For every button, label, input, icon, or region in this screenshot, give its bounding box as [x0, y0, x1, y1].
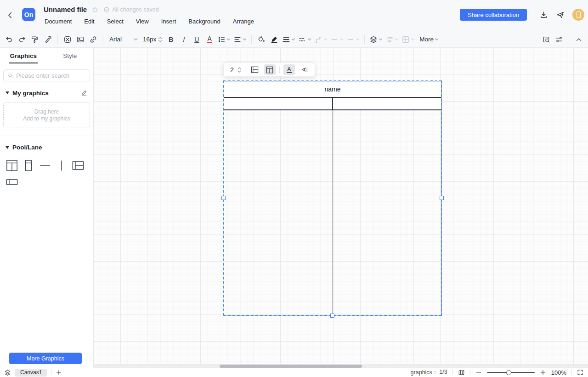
minimap-icon[interactable] [458, 369, 465, 376]
bold-button[interactable]: B [164, 34, 177, 46]
lane-cell[interactable] [333, 110, 441, 315]
insert-image-button[interactable] [74, 34, 87, 46]
plus-icon [56, 369, 62, 376]
zoom-slider-knob[interactable] [506, 370, 511, 375]
menu-view[interactable]: View [136, 18, 149, 25]
resize-handle-right[interactable] [440, 196, 444, 200]
underline-button[interactable]: U [190, 34, 203, 46]
zoom-in-button[interactable] [540, 369, 546, 376]
more-button[interactable]: More [418, 34, 440, 46]
collapse-triangle-icon[interactable] [6, 146, 9, 149]
line-spacing-button[interactable] [216, 34, 232, 46]
pool-lane-header[interactable]: Pool/Lane [6, 144, 88, 151]
lane-title-cell[interactable] [333, 98, 441, 109]
connector-type-icon [314, 35, 322, 44]
font-family-select[interactable]: Arial [107, 34, 141, 46]
line-style-button[interactable] [297, 34, 313, 46]
collapse-triangle-icon[interactable] [6, 91, 9, 94]
font-size-stepper[interactable]: 16px [141, 34, 164, 46]
menu-arrange[interactable]: Arrange [233, 18, 254, 25]
text-horizontal-button[interactable]: A [283, 64, 295, 75]
font-color-button[interactable]: A [203, 34, 216, 46]
align-objects-button [384, 34, 400, 46]
clear-format-button[interactable] [41, 34, 54, 46]
shape-vertical-pool[interactable] [4, 157, 20, 174]
back-icon[interactable] [5, 10, 16, 21]
italic-button[interactable]: I [177, 34, 190, 46]
collapse-toolbar-button[interactable] [572, 34, 585, 46]
star-icon[interactable] [91, 6, 99, 13]
line-width-button[interactable] [281, 34, 297, 46]
pool-horizontal-button[interactable] [249, 64, 260, 75]
menu-select[interactable]: Select [107, 18, 124, 25]
share-collaboration-button[interactable]: Share collaboration [460, 9, 527, 21]
app-logo[interactable]: On [22, 8, 35, 21]
canvas-hscrollbar-thumb[interactable] [220, 365, 362, 368]
tab-graphics[interactable]: Graphics [0, 48, 47, 65]
download-icon[interactable] [539, 11, 548, 19]
send-icon[interactable] [556, 11, 565, 19]
diagram-editor-app: On Unnamed file All changes saved Docume… [0, 0, 588, 377]
fullscreen-button[interactable] [577, 369, 583, 376]
pool-horizontal-icon [251, 66, 259, 73]
lane-count-stepper[interactable] [237, 67, 241, 73]
menu-insert[interactable]: Insert [161, 18, 176, 25]
graphics-search[interactable] [3, 69, 90, 81]
fill-color-button[interactable] [255, 34, 268, 46]
toolbar-separator [103, 35, 103, 44]
zoom-level-value[interactable]: 100% [551, 369, 566, 376]
dropzone-line2: Add to my graphics [23, 115, 70, 122]
text-vertical-button[interactable]: A [299, 64, 310, 75]
chevron-down-icon [339, 37, 344, 41]
resize-handle-left[interactable] [221, 196, 226, 200]
status-bar: Canvas1 graphics： 1/3 [0, 368, 588, 377]
shape-horizontal-pool[interactable] [70, 157, 86, 174]
floating-toolbar-separator [279, 66, 280, 74]
pool-vertical-button[interactable] [264, 64, 276, 75]
lane-count-value[interactable]: 2 [228, 66, 234, 74]
font-size-arrows[interactable] [158, 37, 162, 42]
my-graphics-header[interactable]: My graphics [6, 89, 88, 97]
shape-library-button[interactable] [61, 34, 74, 46]
user-avatar[interactable] [572, 9, 584, 21]
drawing-canvas[interactable]: 2 A A name [94, 48, 588, 368]
menu-document[interactable]: Document [45, 18, 72, 25]
shape-horizontal-line[interactable] [37, 157, 53, 174]
search-input[interactable] [16, 72, 86, 79]
stroke-color-button[interactable] [268, 34, 281, 46]
menu-edit[interactable]: Edit [84, 18, 94, 25]
find-replace-button[interactable] [540, 34, 553, 46]
insert-link-button[interactable] [87, 34, 100, 46]
add-canvas-button[interactable] [56, 369, 62, 376]
pool-title-cell[interactable]: name [224, 81, 441, 98]
more-graphics-button[interactable]: More Graphics [9, 353, 82, 364]
redo-button[interactable] [16, 34, 28, 46]
shape-horizontal-lane[interactable] [4, 174, 20, 190]
undo-button[interactable] [3, 34, 16, 46]
zoom-slider[interactable] [487, 369, 535, 376]
shape-vertical-line[interactable] [53, 157, 70, 174]
pool-shape[interactable]: name [224, 81, 441, 315]
preferences-button[interactable] [553, 34, 565, 46]
graphics-sidebar: Graphics Style My graphics Drag here Add… [0, 48, 94, 368]
menu-background[interactable]: Background [188, 18, 220, 25]
chevron-down-icon [291, 37, 295, 41]
edit-graphics-icon[interactable] [80, 89, 88, 97]
line-spacing-icon [217, 35, 226, 44]
resize-handle-bottom[interactable] [330, 314, 334, 318]
text-align-button[interactable] [232, 34, 248, 46]
zoom-out-button[interactable] [475, 369, 482, 376]
format-painter-button[interactable] [28, 34, 41, 46]
stepper-up-icon [158, 37, 162, 39]
graphics-dropzone[interactable]: Drag here Add to my graphics [3, 103, 90, 127]
lane-title-cell[interactable] [224, 98, 333, 109]
layers-panel-icon[interactable] [4, 369, 11, 376]
document-title[interactable]: Unnamed file [44, 6, 87, 13]
layers-button[interactable] [368, 34, 384, 46]
canvas-tab[interactable]: Canvas1 [15, 369, 47, 377]
lane-cell[interactable] [224, 110, 333, 315]
shape-vertical-lane[interactable] [20, 157, 37, 174]
minus-icon [475, 369, 482, 376]
tab-style[interactable]: Style [47, 48, 94, 65]
font-color-label: A [207, 36, 212, 43]
